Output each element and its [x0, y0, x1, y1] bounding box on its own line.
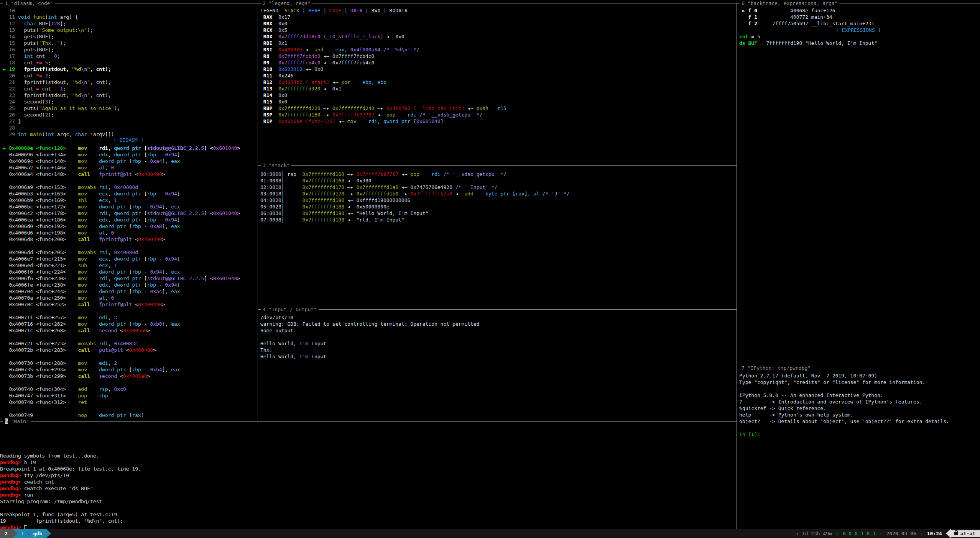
pane-border-io — [258, 309, 737, 310]
lock-icon — [954, 532, 958, 535]
backtrace-frames[interactable]: ► f 0 40068e func+126 f 1 400772 main+34… — [739, 7, 979, 27]
terminal-line: 0x40071c <func+268> call second <0x4005a… — [0, 327, 257, 334]
terminal-line: 0x40073b <func+299> call second <0x4005a… — [0, 373, 257, 379]
window-name: gdb — [33, 530, 42, 537]
status-date: 2020-03-06 — [886, 530, 916, 537]
io-pane[interactable]: /dev/pts/10warning: GDB: Failed to set c… — [260, 314, 736, 360]
terminal-line: 0x400730 <func+288> mov edi, 2 — [0, 360, 257, 366]
expressions-list[interactable]: cnt = 5ds BUF = 7fffffffd190 "Hello Worl… — [739, 33, 979, 46]
terminal-line: f 1 400772 main+34 — [739, 14, 979, 20]
terminal-line: 0x4006dd <func+205> movabs rsi, 0x40080d — [0, 249, 257, 256]
terminal-line: 19 fprintf(stdout, "%d\n", cnt); — [0, 518, 736, 524]
terminal-line: warning: GDB: Failed to set controlling … — [260, 321, 736, 327]
terminal-line: /dev/pts/10 — [260, 314, 736, 321]
hostname-segment: at-at — [951, 530, 980, 537]
terminal-line — [0, 426, 736, 433]
ipython-pane[interactable]: Python 2.7.17 (default, Nov 7 2019, 10:0… — [739, 372, 979, 438]
terminal-line: 0x4006a4 <func+148> call fprintf@plt <0x… — [0, 171, 257, 177]
pane-title-ipython: 7 "IPython: tmp/pwndbg" — [740, 365, 812, 371]
terminal-line — [0, 334, 257, 340]
terminal-line: 24 second(3); — [0, 98, 257, 105]
terminal-line: 0x400696 <func+134> mov edx, dword ptr [… — [0, 151, 257, 158]
terminal-line: ds BUF = 7fffffffd190 "Hello World, I'm … — [739, 40, 979, 46]
terminal-line: Hello World, I'm Input — [260, 353, 736, 360]
terminal-line: 05:0028│ 0x7fffffffd188 ◂— 0x50000000e — [260, 203, 736, 210]
pane-title-main-text: "Main" — [8, 418, 29, 424]
terminal-line: 25 puts("Again as it was so nice"); — [0, 105, 257, 112]
terminal-line: Some output: — [260, 327, 736, 334]
terminal-line — [0, 243, 257, 249]
terminal-line: 20 cnt *= 2; — [0, 72, 257, 79]
pane-title-disasm-code: 1 "disasm, code" — [3, 0, 55, 7]
terminal-line: 13 puts("Some output:\n"); — [0, 27, 257, 33]
terminal-line: 15 puts("Thx. "); — [0, 40, 257, 46]
chevron-separator-icon: ‹ — [880, 530, 883, 537]
pane-number-badge: 5 — [5, 418, 8, 424]
terminal-screen: 1 "disasm, code" 2 "legend, regs" 6 "bac… — [0, 0, 980, 529]
terminal-line — [739, 425, 979, 431]
terminal-line: 0x400740 <func+304> add rsp, 0xc0 — [0, 386, 257, 392]
terminal-line: help -> Python's own help system. — [739, 412, 979, 418]
terminal-line: 18 cnt += 5; — [0, 59, 257, 66]
pane-title-main: 5 "Main" — [3, 418, 31, 425]
window-tab-gdb[interactable]: 1›gdb — [17, 529, 46, 538]
registers-pane[interactable]: LEGEND: STACK | HEAP | CODE | DATA | RWX… — [260, 7, 736, 125]
terminal-line: RSP 0x7fffffffd160 —▸ 0x7ffff7b97787 ◂— … — [260, 112, 736, 118]
terminal-line: f 2 7ffff7a05b97 __libc_start_main+231 — [739, 20, 979, 27]
terminal-line: 04:0020│ 0x7fffffffd180 ◂— 0xffffd190000… — [260, 197, 736, 203]
terminal-line: RCX 0x5 — [260, 27, 736, 33]
status-time: 10:24 — [927, 530, 942, 537]
terminal-line: 0x4006ed <func+221> sub ecx, 1 — [0, 262, 257, 269]
source-code-listing[interactable]: 10 11 void func(int arg) { 12 char BUF[1… — [0, 7, 257, 138]
powerline-arrow-icon — [12, 529, 17, 538]
terminal-line: RDI 0x1 — [260, 40, 736, 46]
terminal-line: Python 2.7.17 (default, Nov 7 2019, 10:0… — [739, 372, 979, 379]
terminal-line: pwndbg> tty /dev/pts/10 — [0, 472, 736, 479]
uptime-arrow-icon: ↑ — [796, 530, 799, 537]
terminal-line: pwndbg> run — [0, 492, 736, 498]
terminal-line: 0x4006a9 <func+153> movabs rsi, 0x40080d — [0, 184, 257, 190]
terminal-line: 0x40072b <func+283> call puts@plt <0x400… — [0, 347, 257, 353]
terminal-line: 0x400747 <func+311> pop rbp — [0, 392, 257, 399]
terminal-line: RIP 0x40068e (func+126) ◂— mov rdi, qwor… — [260, 118, 736, 125]
terminal-line: 06:0030│ 0x7fffffffd190 ◂— "Hello World,… — [260, 210, 736, 217]
gdb-main-pane[interactable]: Reading symbols from test...done.pwndbg>… — [0, 426, 736, 529]
terminal-line: 17 int cnt = 0; — [0, 53, 257, 59]
pane-title-io: 4 "Input / Output" — [261, 306, 319, 313]
terminal-line: 0x400749 nop dword ptr [rax] — [0, 412, 257, 418]
window-index: 1 — [21, 530, 24, 537]
disassembly-listing[interactable]: ► 0x40068e <func+126> mov rdi, qword ptr… — [0, 145, 257, 418]
terminal-line: 0x4006c2 <func+178> mov rdi, qword ptr [… — [0, 210, 257, 217]
terminal-line: 11 void func(int arg) { — [0, 14, 257, 20]
terminal-line: 0x40070a <func+250> mov al, 0 — [0, 295, 257, 301]
terminal-line — [0, 446, 736, 453]
terminal-line: Starting program: /tmp/pwndbg/test — [0, 498, 736, 505]
terminal-line — [260, 334, 736, 340]
terminal-line: 29 int main(int argc, char *argv[]) — [0, 131, 257, 138]
terminal-line: 02:0010│ 0x7fffffffd170 —▸ 0x7fffffffd1a… — [260, 184, 736, 190]
terminal-line: ? -> Introduction and overview of IPytho… — [739, 399, 979, 405]
terminal-line: %quickref -> Quick reference. — [739, 405, 979, 412]
pane-border-vertical-right — [737, 3, 737, 529]
terminal-line — [0, 308, 257, 314]
terminal-line: 0x40069c <func+140> mov dword ptr [rbp -… — [0, 158, 257, 164]
terminal-line — [0, 433, 736, 440]
terminal-line: 0x4006f6 <func+230> mov rdi, qword ptr [… — [0, 275, 257, 282]
terminal-line: 0x4006f0 <func+224> mov dword ptr [rbp -… — [0, 269, 257, 275]
pane-border-main — [0, 421, 737, 422]
uptime-text: 1d 23h 49m — [802, 530, 832, 537]
stack-pane[interactable]: 00:0000│ rsp 0x7fffffffd160 —▸ 0x7ffff7b… — [260, 171, 736, 223]
terminal-line: 0x4006b3 <func+163> mov ecx, dword ptr [… — [0, 190, 257, 197]
terminal-line — [0, 405, 257, 412]
session-indicator[interactable]: 2 — [0, 529, 12, 538]
terminal-line — [739, 385, 979, 392]
terminal-line: 0x4006ca <func+186> mov edx, dword ptr [… — [0, 217, 257, 223]
terminal-line: R12 0x4004b0 (_start) ◂— xor ebp, ebp — [260, 79, 736, 85]
terminal-line: ► f 0 40068e func+126 — [739, 7, 979, 14]
terminal-line: 0x400716 <func+262> mov dword ptr [rbp -… — [0, 321, 257, 327]
terminal-line: RDX 0x7ffff7dd18c0 (_IO_stdfile_1_lock) … — [260, 33, 736, 40]
terminal-line: pwndbg> — [0, 524, 736, 529]
terminal-line: LEGEND: STACK | HEAP | CODE | DATA | RWX… — [260, 7, 736, 14]
terminal-line: 0x40070c <func+252> call fprintf@plt <0x… — [0, 301, 257, 308]
terminal-line: 16 puts(BUF); — [0, 46, 257, 53]
